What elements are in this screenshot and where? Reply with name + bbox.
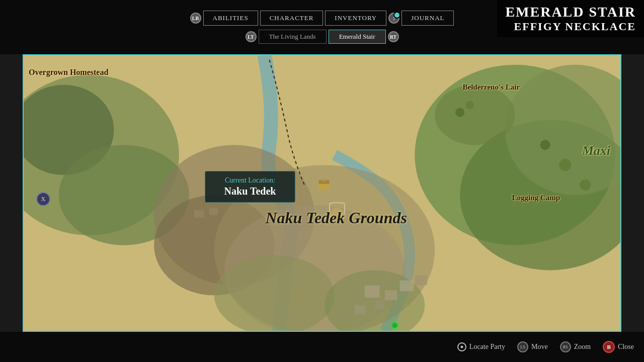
svg-rect-15 xyxy=(385,290,397,300)
lb-button[interactable]: LB xyxy=(190,13,201,24)
lt-button[interactable]: LT xyxy=(246,31,257,42)
ls-stick-icon: LS xyxy=(517,341,528,352)
tooltip-label: Current Location: xyxy=(214,176,286,185)
close-action[interactable]: B Close xyxy=(603,341,634,353)
svg-point-25 xyxy=(455,108,464,117)
nav-buttons-row: LB ABILITIES CHARACTER INVENTORY ! JOURN… xyxy=(190,11,454,26)
zoom-label: Zoom xyxy=(574,343,591,351)
svg-point-26 xyxy=(466,101,474,109)
location-tooltip: Current Location: Naku Tedek xyxy=(205,171,295,203)
svg-point-22 xyxy=(559,159,571,171)
area-title-line2: EFFIGY NECKLACE xyxy=(505,20,636,33)
svg-rect-32 xyxy=(323,179,326,181)
close-label: Close xyxy=(618,343,634,351)
rs-stick-icon: RS xyxy=(560,341,571,352)
svg-rect-18 xyxy=(355,305,366,314)
journal-button[interactable]: JOURNAL xyxy=(401,11,454,26)
zoom-action: RS Zoom xyxy=(560,341,591,352)
svg-rect-16 xyxy=(375,300,385,309)
tab-buttons-row: LT The Living Lands Emerald Stair RT xyxy=(246,30,399,44)
locate-party-label: Locate Party xyxy=(469,343,505,351)
map-container[interactable]: Overgrown Homestead Belderreno's Lair Lo… xyxy=(23,54,621,332)
svg-rect-21 xyxy=(209,208,218,215)
move-action: LS Move xyxy=(517,341,548,352)
map-background: Overgrown Homestead Belderreno's Lair Lo… xyxy=(24,55,620,331)
svg-point-13 xyxy=(435,85,515,145)
svg-rect-14 xyxy=(365,285,380,298)
map-svg xyxy=(24,55,620,331)
move-label: Move xyxy=(531,343,548,351)
tab-emerald-stair[interactable]: Emerald Stair xyxy=(329,30,386,44)
rt-button[interactable]: RT xyxy=(388,31,399,42)
area-title: EMERALD STAIR EFFIGY NECKLACE xyxy=(497,0,644,37)
locate-party-action[interactable]: Locate Party xyxy=(457,342,505,351)
area-title-line1: EMERALD STAIR xyxy=(505,4,636,20)
svg-rect-19 xyxy=(415,275,427,285)
abilities-button[interactable]: ABILITIES xyxy=(203,11,258,26)
tooltip-name: Naku Tedek xyxy=(214,186,286,197)
svg-point-23 xyxy=(540,140,550,150)
b-button[interactable]: B xyxy=(603,341,615,353)
bottom-bar: Locate Party LS Move RS Zoom B Close xyxy=(0,332,644,362)
svg-point-24 xyxy=(580,179,591,191)
tab-living-lands[interactable]: The Living Lands xyxy=(259,30,327,44)
svg-point-28 xyxy=(392,323,397,328)
character-button[interactable]: CHARACTER xyxy=(260,11,324,26)
x-button-indicator[interactable]: X xyxy=(36,192,50,206)
journal-icon-button[interactable]: ! xyxy=(388,13,399,24)
svg-rect-17 xyxy=(399,280,414,291)
svg-rect-20 xyxy=(194,210,204,218)
inventory-button[interactable]: INVENTORY xyxy=(325,11,386,26)
